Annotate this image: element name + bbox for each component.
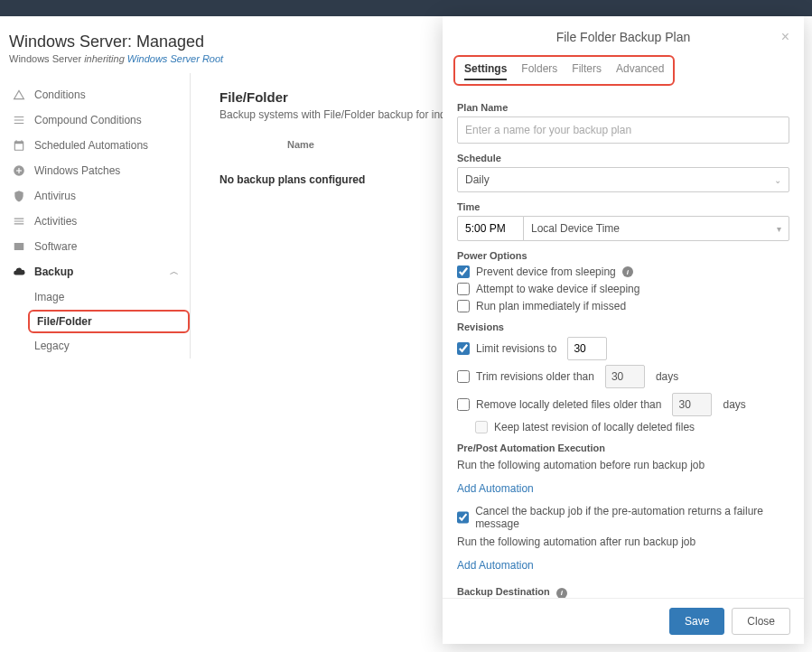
- time-label: Time: [457, 201, 789, 212]
- chevron-down-icon: ▾: [777, 224, 781, 234]
- tab-folders[interactable]: Folders: [521, 62, 557, 80]
- plan-name-label: Plan Name: [457, 102, 789, 113]
- info-icon[interactable]: i: [556, 588, 567, 599]
- cancel-on-failure-label: Cancel the backup job if the pre-automat…: [475, 505, 789, 530]
- sidebar-item-label: Compound Conditions: [34, 114, 142, 126]
- calendar-icon: [13, 139, 25, 152]
- breadcrumb-text: Windows Server: [9, 53, 84, 64]
- sidebar-item-backup[interactable]: Backup ︿: [9, 259, 190, 284]
- keep-latest-checkbox[interactable]: [475, 421, 488, 433]
- breadcrumb-inheriting: inheriting: [84, 53, 127, 64]
- remove-deleted-checkbox[interactable]: [457, 398, 470, 411]
- timezone-value: Local Device Time: [531, 222, 620, 235]
- keep-latest-label: Keep latest revision of locally deleted …: [494, 421, 695, 433]
- sidebar-item-antivirus[interactable]: Antivirus: [9, 183, 190, 209]
- prepost-label: Pre/Post Automation Execution: [457, 442, 789, 453]
- sidebar-subitem-image[interactable]: Image: [25, 284, 190, 310]
- backup-plan-modal: File Folder Backup Plan × Settings Folde…: [443, 16, 804, 644]
- plus-circle-icon: [13, 164, 25, 177]
- schedule-select[interactable]: Daily ⌄: [457, 167, 789, 192]
- sidebar-item-label: Scheduled Automations: [34, 139, 148, 152]
- remove-deleted-label: Remove locally deleted files older than: [476, 398, 661, 411]
- activity-icon: [13, 215, 25, 228]
- cloud-icon: [13, 265, 25, 278]
- tab-advanced[interactable]: Advanced: [616, 62, 664, 80]
- add-automation-after-link[interactable]: Add Automation: [457, 559, 534, 572]
- limit-revisions-label: Limit revisions to: [476, 342, 556, 355]
- sidebar-item-software[interactable]: Software: [9, 234, 190, 259]
- prepost-before-text: Run the following automation before run …: [457, 459, 789, 471]
- limit-revisions-checkbox[interactable]: [457, 342, 470, 355]
- sidebar-item-label: Backup: [34, 265, 73, 278]
- sidebar-item-compound[interactable]: Compound Conditions: [9, 107, 190, 133]
- sidebar-item-label: Antivirus: [34, 190, 76, 202]
- sidebar-item-label: Software: [34, 240, 77, 253]
- trim-revisions-label: Trim revisions older than: [476, 370, 594, 383]
- sidebar-item-label: Conditions: [34, 88, 86, 101]
- timezone-select[interactable]: Local Device Time ▾: [523, 216, 789, 241]
- sidebar-subitem-legacy[interactable]: Legacy: [25, 333, 190, 359]
- destination-label: Backup Destination i: [457, 586, 789, 598]
- sidebar-item-label: Activities: [34, 215, 77, 228]
- warning-icon: [13, 88, 25, 101]
- tab-settings[interactable]: Settings: [464, 62, 507, 80]
- modal-header: File Folder Backup Plan ×: [443, 16, 804, 55]
- revisions-label: Revisions: [457, 321, 789, 332]
- chevron-up-icon: ︿: [168, 265, 181, 278]
- run-missed-checkbox[interactable]: [457, 300, 470, 312]
- shield-icon: [13, 190, 25, 202]
- window-icon: [13, 240, 25, 253]
- time-input[interactable]: [457, 216, 524, 241]
- run-missed-label: Run plan immediately if missed: [476, 300, 626, 312]
- breadcrumb-link[interactable]: Windows Server Root: [127, 53, 223, 64]
- close-icon[interactable]: ×: [781, 29, 789, 45]
- save-button[interactable]: Save: [669, 608, 724, 635]
- plan-name-input[interactable]: [457, 116, 789, 144]
- days-label: days: [723, 398, 745, 411]
- wake-device-label: Attempt to wake device if sleeping: [476, 283, 639, 295]
- power-options-label: Power Options: [457, 250, 789, 261]
- trim-revisions-input[interactable]: [605, 365, 645, 388]
- remove-deleted-input[interactable]: [672, 393, 712, 416]
- wake-device-checkbox[interactable]: [457, 283, 470, 295]
- prepost-after-text: Run the following automation after run b…: [457, 536, 789, 548]
- trim-revisions-checkbox[interactable]: [457, 370, 470, 383]
- cancel-on-failure-checkbox[interactable]: [457, 511, 469, 524]
- add-automation-before-link[interactable]: Add Automation: [457, 482, 534, 495]
- destination-label-text: Backup Destination: [457, 586, 550, 597]
- tab-filters[interactable]: Filters: [572, 62, 602, 80]
- prevent-sleep-checkbox[interactable]: [457, 265, 470, 278]
- column-name: Name: [287, 139, 314, 150]
- days-label: days: [656, 370, 678, 383]
- modal-title: File Folder Backup Plan: [556, 30, 691, 44]
- sidebar-item-patches[interactable]: Windows Patches: [9, 158, 190, 183]
- prevent-sleep-label: Prevent device from sleeping: [476, 265, 616, 278]
- app-topbar: [0, 0, 812, 16]
- info-icon[interactable]: i: [622, 266, 633, 277]
- sidebar-item-scheduled[interactable]: Scheduled Automations: [9, 133, 190, 158]
- schedule-label: Schedule: [457, 153, 789, 163]
- chevron-down-icon: ⌄: [774, 175, 781, 185]
- limit-revisions-input[interactable]: [567, 337, 607, 360]
- sidebar-subitem-filefolder[interactable]: File/Folder: [28, 310, 190, 333]
- svg-rect-1: [14, 243, 24, 250]
- sidebar-item-label: Windows Patches: [34, 164, 120, 177]
- sidebar-item-conditions[interactable]: Conditions: [9, 82, 190, 107]
- tabs-highlight: Settings Folders Filters Advanced: [453, 55, 675, 86]
- schedule-value: Daily: [465, 173, 490, 186]
- list-icon: [13, 114, 25, 126]
- sidebar: Conditions Compound Conditions Scheduled…: [0, 73, 190, 359]
- close-button[interactable]: Close: [732, 608, 790, 635]
- sidebar-item-activities[interactable]: Activities: [9, 209, 190, 234]
